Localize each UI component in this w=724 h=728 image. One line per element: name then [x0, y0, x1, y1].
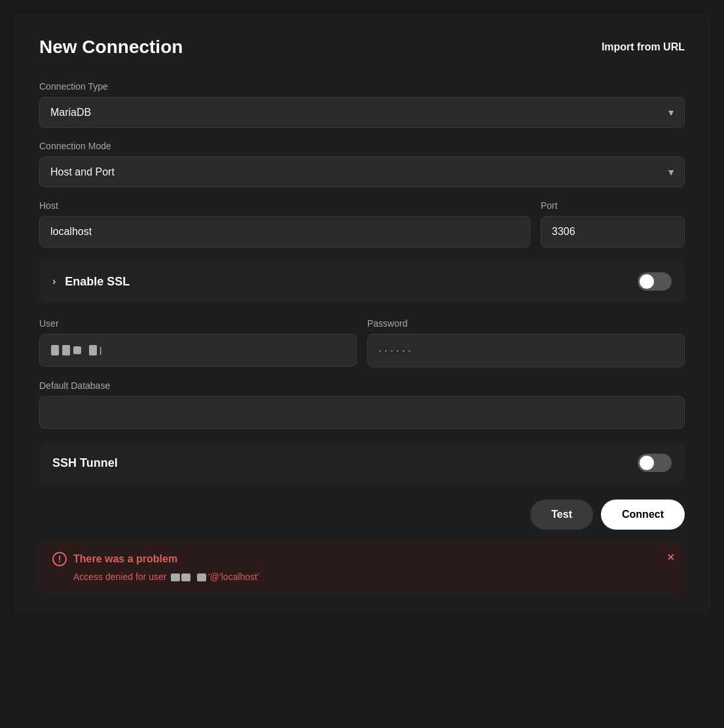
- connection-mode-select[interactable]: Host and Port Socket: [39, 156, 685, 187]
- ssl-left-group: › Enable SSL: [52, 275, 130, 289]
- host-field-group: Host: [39, 200, 530, 247]
- ssh-toggle-knob: [640, 456, 654, 470]
- error-close-button[interactable]: ×: [667, 551, 674, 564]
- user-input-display[interactable]: |: [39, 334, 357, 367]
- user-field-group: User |: [39, 318, 357, 367]
- user-mask-block-1: [51, 345, 59, 355]
- connect-button[interactable]: Connect: [601, 500, 685, 530]
- password-dots: ······: [378, 344, 414, 357]
- test-button[interactable]: Test: [530, 500, 593, 530]
- connection-mode-group: Connection Mode Host and Port Socket ▼: [39, 141, 685, 187]
- form-header: New Connection Import from URL: [39, 37, 685, 58]
- password-field-group: Password ······: [367, 318, 685, 367]
- connection-mode-label: Connection Mode: [39, 141, 685, 151]
- user-mask-block-3: [73, 346, 81, 354]
- connection-mode-select-wrapper: Host and Port Socket ▼: [39, 156, 685, 187]
- action-row: Test Connect: [39, 500, 685, 530]
- error-title: There was a problem: [73, 553, 177, 565]
- error-message: Access denied for user '@'localhost': [52, 572, 672, 582]
- page-title: New Connection: [39, 37, 183, 58]
- user-label: User: [39, 318, 357, 329]
- user-password-group: User | Password ······: [39, 318, 685, 367]
- error-header: ! There was a problem: [52, 552, 672, 566]
- ssl-chevron-icon: ›: [52, 276, 56, 287]
- default-database-label: Default Database: [39, 380, 685, 391]
- connection-type-group: Connection Type MariaDB MySQL PostgreSQL…: [39, 81, 685, 128]
- ssh-label: SSH Tunnel: [52, 456, 118, 470]
- ssl-label: Enable SSL: [65, 275, 130, 289]
- host-port-group: Host Port: [39, 200, 685, 247]
- password-label: Password: [367, 318, 685, 329]
- connection-type-label: Connection Type: [39, 81, 685, 92]
- default-database-group: Default Database: [39, 380, 685, 429]
- user-mask-block-2: [62, 345, 70, 355]
- ssl-toggle[interactable]: [638, 272, 672, 291]
- error-mask-1: [171, 573, 180, 581]
- connection-type-select[interactable]: MariaDB MySQL PostgreSQL SQLite MongoDB: [39, 97, 685, 128]
- user-mask-suffix: |: [100, 346, 101, 355]
- port-input[interactable]: [541, 216, 685, 247]
- error-mask-2: [181, 573, 190, 581]
- port-label: Port: [541, 200, 685, 211]
- error-icon: !: [52, 552, 67, 566]
- import-from-url-button[interactable]: Import from URL: [602, 41, 685, 53]
- host-label: Host: [39, 200, 530, 211]
- ssh-toggle[interactable]: [638, 454, 672, 472]
- ssl-section: › Enable SSL: [39, 261, 685, 302]
- default-database-input[interactable]: [39, 396, 685, 429]
- connection-type-select-wrapper: MariaDB MySQL PostgreSQL SQLite MongoDB …: [39, 97, 685, 128]
- port-field-group: Port: [541, 200, 685, 247]
- user-mask-block-4: [89, 345, 97, 355]
- error-box: ! There was a problem Access denied for …: [39, 540, 685, 594]
- host-input[interactable]: [39, 216, 530, 247]
- ssl-toggle-knob: [640, 274, 654, 289]
- ssh-section: SSH Tunnel: [39, 442, 685, 484]
- error-mask-3: [197, 573, 206, 581]
- new-connection-form: New Connection Import from URL Connectio…: [13, 13, 711, 613]
- password-input-display[interactable]: ······: [367, 334, 685, 367]
